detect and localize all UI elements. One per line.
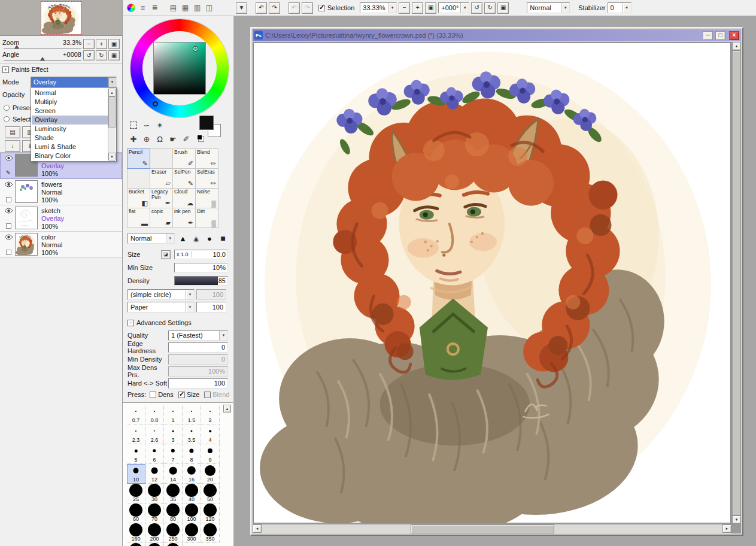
layer-row[interactable]: ✎ flowers Normal 100% [0,179,122,205]
new-layer-button[interactable]: ▤ [5,126,20,138]
eyedropper-icon[interactable]: ✐ [180,133,192,145]
close-button[interactable]: × [729,31,739,40]
press-option[interactable]: Blend [204,391,229,398]
angle-dropdown-icon[interactable]: ▼ [460,3,469,13]
angle-reset-button[interactable]: ▣ [497,2,509,14]
size-preset[interactable]: 400 [127,543,145,546]
rotate-cw-button[interactable]: ↻ [484,2,496,14]
tool-cell[interactable]: flat ▬ [127,208,150,228]
size-preset[interactable]: 80 [164,503,183,523]
layer-row[interactable]: ✎ sketch Overlay 100% [0,205,122,232]
press-option[interactable]: Size [178,391,199,398]
mode-option[interactable]: Multiply [32,98,108,107]
tool-cell[interactable]: Legacy Pen ✒ [150,188,173,208]
sv-marker-icon[interactable] [193,47,198,51]
size-preset[interactable]: 14 [164,464,183,484]
size-preset[interactable]: 3.5 [183,424,201,444]
layer-link-checkbox[interactable] [6,250,11,255]
rotate-ccw-button[interactable]: ↺ [471,2,482,14]
size-preset[interactable]: 5 [127,444,145,464]
size-preset[interactable]: 160 [127,523,145,543]
scroll-right-icon[interactable]: ► [722,524,731,533]
min-size-slider[interactable]: 10% [174,263,228,272]
size-preset[interactable]: 10 [127,464,145,484]
tool-cell[interactable]: Pencil ✎ [127,148,150,169]
stabilizer-dropdown-icon[interactable]: ▼ [623,3,631,13]
hand-tool-icon[interactable]: ☛ [167,133,179,145]
selection-source-checkbox[interactable] [4,116,10,122]
dropdown-scrollbar[interactable]: ▲ ▼ [108,89,116,160]
zoom-tool-icon[interactable]: ⊕ [141,133,153,145]
hue-marker-icon[interactable] [153,101,158,107]
selection-toggle[interactable]: Selection [318,4,354,11]
tip-shape-square-icon[interactable]: ■ [218,233,228,244]
scroll-up-icon[interactable]: ▲ [732,42,741,50]
size-preset[interactable]: 4 [201,424,220,444]
scroll-left-icon[interactable]: ◄ [253,524,262,533]
size-preset[interactable]: 500 [164,543,183,546]
move-icon[interactable]: ✚ [127,133,139,145]
setting-control[interactable]: 0 ▼ [168,342,228,353]
size-preset[interactable]: 40 [183,484,201,503]
size-slider[interactable]: x 1.0 10.0 [174,250,228,259]
size-preset[interactable]: 0.8 [145,405,164,424]
setting-control[interactable]: 100 ▼ [168,378,228,389]
nav-angle-reset-button[interactable]: ▣ [108,50,120,60]
size-preset[interactable]: 20 [201,464,220,484]
size-preset[interactable]: 1 [164,405,183,424]
mode-option[interactable]: Luminosity [32,125,108,134]
size-preset[interactable]: 30 [145,484,164,503]
layer-link-checkbox[interactable] [6,197,11,202]
setting-dropdown-icon[interactable]: ▼ [219,331,227,340]
size-preset[interactable]: 450 [145,543,164,546]
transfer-down-button[interactable]: ↓ [5,140,20,152]
brush-texture-strength[interactable]: 100 [196,302,226,313]
layer-mode-combo[interactable]: Overlay ▼ [31,77,117,87]
hsv-slider-toggle-icon[interactable]: ≣ [150,3,160,13]
nav-rotate-ccw-button[interactable]: ↺ [83,50,95,60]
tip-shape-round-icon[interactable]: ● [204,233,214,244]
swatches-toggle-icon[interactable]: ▤ [168,3,178,13]
horizontal-scrollbar-thumb[interactable] [411,524,554,533]
scroll-down-icon[interactable]: ▼ [108,153,116,160]
brush-edge-combo[interactable]: Normal ▼ [127,233,175,244]
panel-collapse-button[interactable]: ▼ [236,2,247,14]
layer-visibility-eye-icon[interactable] [4,234,13,241]
setting-control[interactable]: 0 ▼ [168,354,228,365]
zoom-out-button[interactable]: − [399,2,410,14]
size-preset[interactable]: 8 [183,444,201,464]
mode-option[interactable]: Shade [32,134,108,142]
paints-effect-header[interactable]: + Paints Effect [2,66,48,73]
expand-icon[interactable]: + [2,66,9,73]
size-preset[interactable]: 6 [145,444,164,464]
rect-select-icon[interactable] [127,119,139,131]
tool-cell[interactable]: ink pen ✒ [172,208,196,228]
setting-control[interactable]: 100% ▼ [168,366,228,377]
scroll-up-icon[interactable]: ▲ [108,89,116,96]
size-preset[interactable]: 16 [183,464,201,484]
mode-option[interactable]: Binary Color [32,151,108,160]
size-preset[interactable]: 35 [164,484,183,503]
mode-option[interactable]: Overlay [32,116,108,125]
tool-cell[interactable]: Brush ✐ [172,148,196,169]
scroll-down-icon[interactable]: ▼ [732,515,741,524]
tool-cell[interactable]: Noise ▒ [195,188,218,208]
zoom-reset-button[interactable]: ▣ [425,2,436,14]
undo-button[interactable]: ↶ [256,2,267,14]
size-preset[interactable]: 120 [201,503,220,523]
zoom-in-button[interactable]: + [412,2,423,14]
size-preset[interactable]: 100 [183,503,201,523]
brush-edge-dropdown-icon[interactable]: ▼ [166,233,174,243]
layer-visibility-eye-icon[interactable] [4,181,13,189]
brush-texture-combo[interactable]: Paper ▼ [127,302,195,313]
document-window[interactable]: Ps C:\Users\Lexxy\Pictures\attinar\wynry… [250,27,743,536]
tool-cell[interactable]: Blend ✏ [195,148,218,169]
nav-zoom-slider[interactable] [4,45,81,49]
custom-swatches-toggle-icon[interactable]: ▦ [180,3,190,13]
mode-option[interactable]: Screen [32,107,108,116]
layer-link-checkbox[interactable] [6,223,11,229]
sampling-mode-dropdown-icon[interactable]: ▼ [561,3,569,13]
horizontal-scrollbar[interactable]: ◄ ► [253,524,731,533]
nav-rotate-cw-button[interactable]: ↻ [96,50,107,60]
zoom-combo[interactable]: 33.33% ▼ [360,2,397,13]
